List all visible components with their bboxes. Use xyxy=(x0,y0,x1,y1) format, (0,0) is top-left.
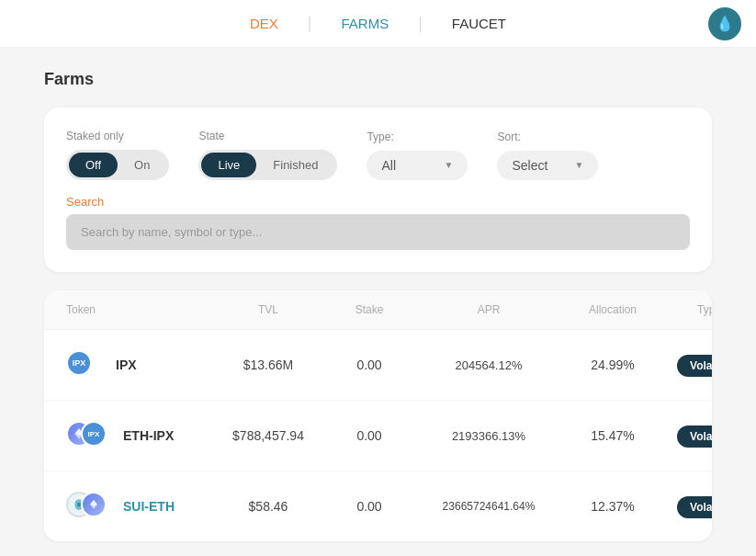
state-label: State xyxy=(198,130,337,142)
table-row: SUI-ETH $58.46 0.00 23665724641.64% 12.3… xyxy=(44,471,712,541)
staked-only-group: Staked only Off On xyxy=(66,130,169,180)
type-dropdown[interactable]: All ▼ xyxy=(367,151,468,180)
staked-on-button[interactable]: On xyxy=(118,153,166,177)
staked-only-label: Staked only xyxy=(66,130,169,142)
apr-ipx: 204564.12% xyxy=(415,358,562,372)
type-badge-eth-ipx: Volatile xyxy=(677,426,712,448)
token-icon-group-eth-ipx: IPX xyxy=(66,421,114,450)
nav-sep-1: | xyxy=(308,14,312,33)
tvl-eth-ipx: $788,457.94 xyxy=(213,428,323,443)
token-icon-eth2 xyxy=(81,492,107,517)
table-header: Token TVL Stake APR Allocation Type xyxy=(44,290,712,330)
allocation-sui-eth: 12.37% xyxy=(562,499,663,514)
state-live-button[interactable]: Live xyxy=(201,153,256,177)
apr-sui-eth: 23665724641.64% xyxy=(415,500,562,513)
col-token: Token xyxy=(66,303,213,316)
token-cell-eth-ipx: IPX ETH-IPX xyxy=(66,421,213,450)
token-name-ipx: IPX xyxy=(116,357,137,372)
sort-group: Sort: Select ▼ xyxy=(497,130,598,180)
header: DEX | FARMS | FAUCET 💧 xyxy=(0,0,756,48)
token-name-sui-eth: SUI-ETH xyxy=(123,499,175,514)
col-type: Type xyxy=(663,303,712,316)
filter-card: Staked only Off On State Live Finished T… xyxy=(44,108,712,272)
type-badge-ipx: Volatile xyxy=(677,355,712,377)
main-content: Farms Staked only Off On State Live Fini… xyxy=(0,48,756,556)
farms-table: Token TVL Stake APR Allocation Type IPX … xyxy=(44,290,712,541)
page-title: Farms xyxy=(44,70,712,89)
state-group: State Live Finished xyxy=(198,130,337,180)
token-cell-sui-eth: SUI-ETH xyxy=(66,492,213,521)
stake-eth-ipx: 0.00 xyxy=(323,428,415,443)
tvl-sui-eth: $58.46 xyxy=(213,499,323,514)
sort-value: Select xyxy=(512,158,547,173)
sort-label: Sort: xyxy=(497,130,598,143)
col-tvl: TVL xyxy=(213,303,323,316)
type-badge-sui-eth: Volatile xyxy=(677,496,712,518)
search-group: Search xyxy=(66,195,690,250)
token-icon-group-sui-eth xyxy=(66,492,114,521)
type-value: All xyxy=(381,158,396,173)
nav-dex[interactable]: DEX xyxy=(250,16,278,31)
state-toggle: Live Finished xyxy=(198,150,337,180)
stake-sui-eth: 0.00 xyxy=(323,499,415,514)
token-cell-ipx: IPX IPX xyxy=(66,350,213,380)
tvl-ipx: $13.66M xyxy=(213,357,323,372)
allocation-eth-ipx: 15.47% xyxy=(562,428,663,443)
token-icon-ipx: IPX xyxy=(66,350,92,376)
token-icon-group-ipx: IPX xyxy=(66,350,107,380)
search-input[interactable] xyxy=(66,214,690,250)
apr-eth-ipx: 2193366.13% xyxy=(415,429,562,443)
nav-sep-2: | xyxy=(418,14,423,33)
staked-only-toggle: Off On xyxy=(66,150,169,180)
sort-dropdown[interactable]: Select ▼ xyxy=(497,151,598,180)
table-row: IPX IPX $13.66M 0.00 204564.12% 24.99% V… xyxy=(44,330,712,401)
staked-off-button[interactable]: Off xyxy=(69,153,118,177)
type-cell-eth-ipx: Volatile xyxy=(663,428,712,443)
nav-farms[interactable]: FARMS xyxy=(341,16,389,31)
type-label: Type: xyxy=(367,130,468,143)
token-icon-ipx2: IPX xyxy=(81,421,107,447)
table-row: IPX ETH-IPX $788,457.94 0.00 2193366.13%… xyxy=(44,401,712,471)
navigation: DEX | FARMS | FAUCET xyxy=(250,14,506,33)
search-label: Search xyxy=(66,195,690,209)
token-name-eth-ipx: ETH-IPX xyxy=(123,428,174,443)
type-group: Type: All ▼ xyxy=(367,130,468,180)
type-cell-ipx: Volatile xyxy=(663,357,712,372)
col-stake: Stake xyxy=(323,303,415,316)
wallet-icon: 💧 xyxy=(716,15,734,32)
allocation-ipx: 24.99% xyxy=(562,357,663,372)
sort-arrow-icon: ▼ xyxy=(575,160,584,170)
col-allocation: Allocation xyxy=(562,303,663,316)
type-arrow-icon: ▼ xyxy=(445,160,454,170)
stake-ipx: 0.00 xyxy=(323,357,415,372)
wallet-button[interactable]: 💧 xyxy=(708,7,741,40)
nav-faucet[interactable]: FAUCET xyxy=(452,16,506,31)
filter-row: Staked only Off On State Live Finished T… xyxy=(66,130,690,180)
state-finished-button[interactable]: Finished xyxy=(256,153,334,177)
col-apr: APR xyxy=(415,303,562,316)
type-cell-sui-eth: Volatile xyxy=(663,499,712,514)
